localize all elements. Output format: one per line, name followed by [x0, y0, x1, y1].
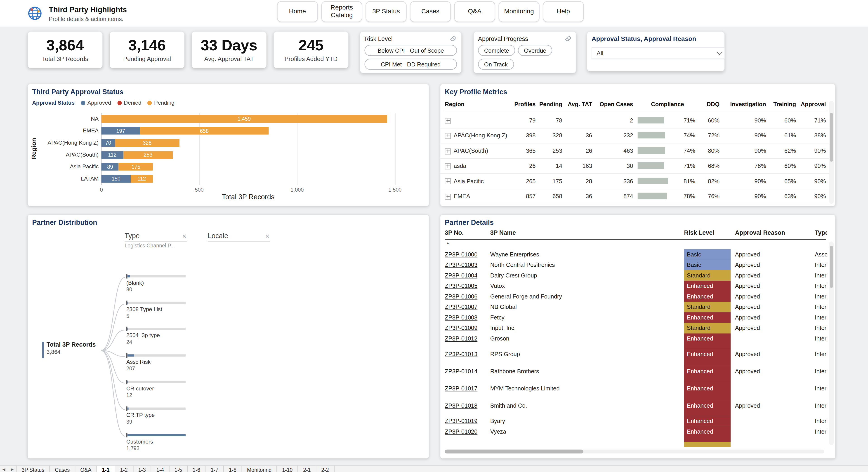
sheet-tab-3p-status[interactable]: 3P Status — [17, 466, 50, 472]
tree-node-cr-cutover[interactable]: CR cutover12 — [126, 381, 193, 398]
sheet-tab-1-3[interactable]: 1-3 — [133, 466, 151, 472]
partner-id-link[interactable]: ZP3P-01006 — [445, 291, 488, 300]
column-header-investigation[interactable]: Investigation — [722, 101, 766, 107]
column-header-ddq[interactable]: DDQ — [700, 101, 719, 107]
nav-button-q-a[interactable]: Q&A — [454, 1, 495, 22]
nav-button-monitoring[interactable]: Monitoring — [498, 1, 539, 22]
partner-name: North Central Positronics — [490, 260, 679, 268]
eraser-icon[interactable] — [450, 34, 457, 43]
column-header-profiles[interactable]: Profiles — [514, 101, 536, 107]
expand-plus-icon[interactable] — [445, 148, 451, 154]
tree-node-cr-tp-type[interactable]: CR TP type39 — [126, 408, 193, 425]
bar-segment-pending[interactable]: 253 — [123, 151, 173, 159]
sheet-tab-1-7[interactable]: 1-7 — [206, 466, 224, 472]
tree-node-2308-type-list[interactable]: 2308 Type List5 — [126, 302, 193, 319]
expand-plus-icon[interactable] — [445, 179, 451, 185]
bar-segment-approved[interactable]: 70 — [101, 139, 115, 147]
column-header-open-cases[interactable]: Open Cases — [594, 101, 633, 107]
partner-id-link[interactable]: ZP3P-01020 — [445, 427, 488, 435]
column-header-avg-tat[interactable]: Avg. TAT — [564, 101, 592, 107]
scrollbar-thumb[interactable] — [445, 450, 583, 453]
filter-option-below-cpi-out-of-scope[interactable]: Below CPI - Out of Scope — [364, 45, 457, 56]
bar-segment-approved[interactable]: 112 — [101, 151, 123, 159]
sheet-tab-1-1[interactable]: 1-1 — [97, 466, 115, 472]
column-header-type[interactable]: Type — [815, 229, 827, 236]
sheet-tab-1-10[interactable]: 1-10 — [277, 466, 298, 472]
sheet-tab-1-8[interactable]: 1-8 — [224, 466, 242, 472]
partner-id-link[interactable]: ZP3P-01013 — [445, 349, 488, 357]
partner-id-link[interactable]: ZP3P-01017 — [445, 383, 488, 391]
bar-segment-pending[interactable]: 658 — [140, 127, 269, 135]
column-header-approval-reason[interactable]: Approval Reason — [735, 229, 807, 236]
category-label-apac-hong-kong-z: APAC(Hong Kong Z) — [32, 139, 98, 147]
sheet-tab-1-6[interactable]: 1-6 — [188, 466, 206, 472]
partner-id-link[interactable]: ZP3P-01018 — [445, 400, 488, 409]
column-header-approval[interactable]: Approval — [798, 101, 826, 107]
bar-segment-approved[interactable]: 89 — [101, 163, 119, 170]
eraser-icon[interactable] — [564, 34, 572, 43]
column-header-3p-no[interactable]: 3P No. — [445, 229, 488, 236]
column-header-compliance[interactable]: Compliance — [638, 101, 698, 107]
bar-segment-approved[interactable]: 150 — [101, 175, 131, 183]
column-header-training[interactable]: Training — [768, 101, 796, 107]
nav-button-help[interactable]: Help — [543, 1, 584, 22]
partner-id-link[interactable]: ZP3P-01003 — [445, 260, 488, 268]
column-header-region[interactable]: Region — [445, 101, 511, 107]
scrollbar-thumb[interactable] — [830, 113, 833, 162]
sheet-tab-cases[interactable]: Cases — [50, 466, 75, 472]
bar-segment-pending[interactable]: 328 — [115, 139, 179, 147]
bar-segment-pending[interactable]: 112 — [131, 175, 153, 183]
partner-id-link[interactable]: ZP3P-01007 — [445, 302, 488, 310]
tab-scroll-left-icon[interactable]: ◀ — [0, 466, 8, 472]
partner-id-link[interactable]: ZP3P-01000 — [445, 249, 488, 258]
filter-option-complete[interactable]: Complete — [478, 45, 515, 56]
partner-name: Dairy Crest Group — [490, 270, 679, 279]
column-header-risk-level[interactable]: Risk Level — [684, 229, 731, 236]
tree-node-customers[interactable]: Customers1,793 — [126, 434, 193, 451]
partner-id-link[interactable]: ZP3P-01009 — [445, 323, 488, 331]
cell-ddq: 82% — [700, 174, 719, 188]
node-bar — [126, 408, 193, 412]
nav-button-cases[interactable]: Cases — [410, 1, 451, 22]
sheet-tab-1-4[interactable]: 1-4 — [151, 466, 169, 472]
tree-node-assc-risk[interactable]: Assc Risk207 — [126, 354, 193, 372]
filter-option-overdue[interactable]: Overdue — [518, 45, 553, 56]
approval-chart-title: Third Party Approval Status — [32, 88, 123, 96]
bar-segment-pending[interactable]: 1,459 — [101, 115, 387, 122]
column-header-pending[interactable]: Pending — [538, 101, 562, 107]
tree-root-node[interactable]: Total 3P Records 3,864 — [42, 341, 96, 355]
partner-id-link[interactable]: ZP3P-01005 — [445, 281, 488, 289]
sort-ascending-icon[interactable]: ▲ — [446, 241, 450, 245]
expand-plus-icon[interactable] — [445, 163, 451, 169]
bar-segment-approved[interactable]: 197 — [101, 127, 140, 135]
partner-id-link[interactable]: ZP3P-01008 — [445, 312, 488, 321]
nav-button-3p-status[interactable]: 3P Status — [366, 1, 406, 22]
approval-status-filter-title: Approval Status, Approval Reason — [592, 35, 696, 42]
expand-plus-icon[interactable] — [445, 118, 451, 124]
partner-id-link[interactable]: ZP3P-01004 — [445, 270, 488, 279]
column-header-3p-name[interactable]: 3P Name — [490, 229, 679, 236]
bar-segment-pending[interactable]: 175 — [119, 163, 153, 170]
expand-plus-icon[interactable] — [445, 133, 451, 139]
sheet-tab-1-2[interactable]: 1-2 — [115, 466, 133, 472]
node-label: Customers — [126, 439, 193, 445]
sheet-tab-1-5[interactable]: 1-5 — [169, 466, 188, 472]
approval-status-dropdown[interactable]: All — [592, 47, 724, 59]
tree-node-2504-3p-type[interactable]: 2504_3p type24 — [126, 328, 193, 345]
cell-approval: 90% — [798, 189, 826, 204]
expand-plus-icon[interactable] — [445, 194, 451, 200]
sheet-tab-q-a[interactable]: Q&A — [75, 466, 97, 472]
tab-scroll-right-icon[interactable]: ▶ — [8, 466, 17, 472]
nav-button-home[interactable]: Home — [277, 1, 318, 22]
scrollbar-thumb[interactable] — [830, 246, 833, 288]
tree-node-blank[interactable]: (Blank)80 — [126, 275, 193, 292]
sheet-tab-2-2[interactable]: 2-2 — [316, 466, 334, 472]
sheet-tab-2-1[interactable]: 2-1 — [298, 466, 316, 472]
filter-option-on-track[interactable]: On Track — [478, 59, 514, 70]
filter-option-cpi-met-dd-required[interactable]: CPI Met - DD Required — [364, 59, 457, 70]
partner-id-link[interactable]: ZP3P-01019 — [445, 416, 488, 424]
nav-button-reports-catalog[interactable]: Reports Catalog — [321, 1, 362, 22]
partner-id-link[interactable]: ZP3P-01014 — [445, 366, 488, 374]
sheet-tab-monitoring[interactable]: Monitoring — [242, 466, 277, 472]
partner-id-link[interactable]: ZP3P-01012 — [445, 333, 488, 342]
